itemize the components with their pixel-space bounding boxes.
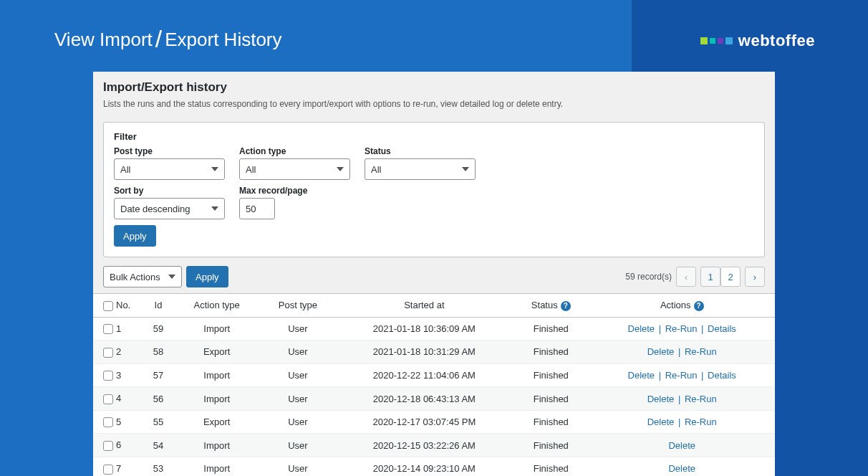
row-status: Finished bbox=[513, 363, 589, 387]
rerun-link[interactable]: Re-Run bbox=[665, 323, 698, 334]
row-actions: Delete bbox=[589, 434, 775, 457]
row-actions: Delete | Re-Run bbox=[589, 341, 775, 364]
page-2-button[interactable]: 2 bbox=[720, 267, 741, 287]
row-checkbox[interactable] bbox=[103, 371, 113, 381]
row-no: 3 bbox=[116, 370, 121, 381]
row-id: 58 bbox=[143, 341, 173, 364]
bulk-apply-button[interactable]: Apply bbox=[186, 266, 228, 287]
row-action-type: Export bbox=[173, 341, 260, 364]
delete-link[interactable]: Delete bbox=[647, 346, 675, 357]
row-status: Finished bbox=[513, 434, 589, 457]
page-1-button[interactable]: 1 bbox=[700, 267, 720, 287]
delete-link[interactable]: Delete bbox=[628, 323, 655, 334]
table-row: 555ExportUser2020-12-17 03:07:45 PMFinis… bbox=[93, 410, 775, 434]
page-next-button[interactable]: › bbox=[745, 267, 765, 287]
status-label: Status bbox=[365, 146, 476, 156]
row-checkbox[interactable] bbox=[103, 441, 113, 451]
row-post-type: User bbox=[260, 341, 335, 364]
bulk-actions-select[interactable]: Bulk Actions bbox=[103, 266, 182, 287]
row-post-type: User bbox=[260, 363, 335, 387]
row-status: Finished bbox=[513, 341, 589, 364]
rerun-link[interactable]: Re-Run bbox=[685, 346, 717, 357]
action-type-select[interactable]: All bbox=[239, 158, 350, 180]
help-icon[interactable]: ? bbox=[694, 301, 704, 311]
slide-title-part2: Export History bbox=[165, 29, 281, 51]
action-sep: | bbox=[675, 394, 683, 404]
th-id: Id bbox=[143, 294, 173, 318]
row-checkbox[interactable] bbox=[103, 394, 113, 404]
row-id: 55 bbox=[143, 410, 173, 434]
row-action-type: Import bbox=[173, 457, 260, 476]
row-started-at: 2021-01-18 10:31:29 AM bbox=[336, 341, 513, 364]
delete-link[interactable]: Delete bbox=[647, 416, 675, 427]
row-checkbox[interactable] bbox=[103, 417, 113, 427]
delete-link[interactable]: Delete bbox=[647, 394, 675, 404]
select-all-checkbox[interactable] bbox=[103, 301, 113, 311]
action-sep: | bbox=[699, 370, 707, 381]
row-checkbox[interactable] bbox=[103, 348, 113, 358]
th-status: Status? bbox=[513, 294, 589, 318]
row-no: 4 bbox=[116, 393, 121, 404]
row-action-type: Import bbox=[173, 317, 260, 341]
delete-link[interactable]: Delete bbox=[668, 463, 695, 474]
row-no: 2 bbox=[116, 346, 121, 357]
sort-by-label: Sort by bbox=[114, 186, 225, 196]
sort-by-select[interactable]: Date descending bbox=[114, 198, 225, 219]
row-status: Finished bbox=[513, 457, 589, 476]
rerun-link[interactable]: Re-Run bbox=[665, 370, 698, 381]
delete-link[interactable]: Delete bbox=[628, 370, 655, 381]
row-actions: Delete | Re-Run | Details bbox=[589, 363, 775, 387]
row-id: 56 bbox=[143, 387, 173, 411]
slide-title: View Import / Export History bbox=[54, 27, 282, 52]
th-action-type: Action type bbox=[173, 294, 260, 318]
row-post-type: User bbox=[260, 387, 335, 411]
row-id: 59 bbox=[143, 317, 173, 341]
row-no: 5 bbox=[116, 416, 121, 427]
filter-box: Filter Post type All Action type All Sta… bbox=[103, 122, 765, 257]
panel-title: Import/Export history bbox=[103, 80, 765, 95]
rerun-link[interactable]: Re-Run bbox=[685, 416, 717, 427]
row-status: Finished bbox=[513, 387, 589, 411]
help-icon[interactable]: ? bbox=[561, 301, 571, 311]
logo-text: webtoffee bbox=[738, 32, 815, 50]
max-record-input[interactable] bbox=[239, 198, 275, 219]
rerun-link[interactable]: Re-Run bbox=[685, 394, 717, 404]
table-row: 357ImportUser2020-12-22 11:04:06 AMFinis… bbox=[93, 363, 775, 387]
page-prev-button[interactable]: ‹ bbox=[676, 267, 696, 287]
pagination: 59 record(s) ‹ 12 › bbox=[625, 267, 765, 287]
row-started-at: 2020-12-14 09:23:10 AM bbox=[336, 457, 513, 476]
action-sep: | bbox=[699, 323, 707, 334]
brand-logo: webtoffee bbox=[700, 32, 815, 50]
action-sep: | bbox=[675, 416, 683, 427]
row-no: 6 bbox=[116, 439, 121, 450]
row-checkbox[interactable] bbox=[103, 324, 113, 334]
th-started-at: Started at bbox=[336, 294, 513, 318]
row-status: Finished bbox=[513, 410, 589, 434]
row-checkbox[interactable] bbox=[103, 465, 113, 475]
row-action-type: Export bbox=[173, 410, 260, 434]
details-link[interactable]: Details bbox=[708, 370, 736, 381]
filter-title: Filter bbox=[114, 131, 754, 142]
row-post-type: User bbox=[260, 457, 335, 476]
max-record-label: Max record/page bbox=[239, 186, 307, 196]
row-started-at: 2020-12-22 11:04:06 AM bbox=[336, 363, 513, 387]
th-post-type: Post type bbox=[260, 294, 335, 318]
row-started-at: 2020-12-17 03:07:45 PM bbox=[336, 410, 513, 434]
row-id: 53 bbox=[143, 457, 173, 476]
row-post-type: User bbox=[260, 434, 335, 457]
row-actions: Delete bbox=[589, 457, 775, 476]
history-panel: Import/Export history Lists the runs and… bbox=[93, 72, 775, 476]
row-action-type: Import bbox=[173, 387, 260, 411]
action-sep: | bbox=[656, 370, 664, 381]
table-row: 159ImportUser2021-01-18 10:36:09 AMFinis… bbox=[93, 317, 775, 341]
post-type-select[interactable]: All bbox=[114, 158, 225, 180]
delete-link[interactable]: Delete bbox=[668, 440, 695, 451]
row-actions: Delete | Re-Run | Details bbox=[589, 317, 775, 341]
row-id: 54 bbox=[143, 434, 173, 457]
filter-apply-button[interactable]: Apply bbox=[114, 225, 156, 247]
th-no: No. bbox=[93, 294, 143, 318]
details-link[interactable]: Details bbox=[708, 323, 736, 334]
row-status: Finished bbox=[513, 317, 589, 341]
status-select[interactable]: All bbox=[365, 158, 476, 180]
row-no: 7 bbox=[116, 463, 121, 474]
